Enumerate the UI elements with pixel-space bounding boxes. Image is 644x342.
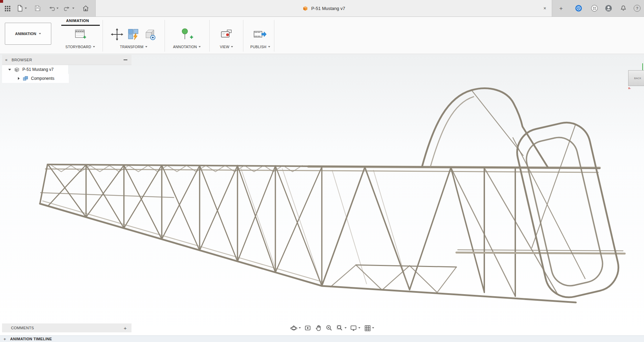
move-icon	[110, 28, 124, 41]
save-icon	[34, 5, 41, 12]
close-tab-button[interactable]: ×	[543, 6, 546, 11]
avatar-icon	[605, 4, 612, 12]
view-cube-face[interactable]: BACK	[628, 70, 644, 86]
orbit-button[interactable]	[290, 324, 301, 332]
view-cube[interactable]: BACK L X-	[627, 65, 644, 97]
publish-menu[interactable]: PUBLISH	[244, 45, 276, 49]
chevron-down-icon	[299, 327, 301, 329]
storyboard-menu-label: STORYBOARD	[65, 45, 91, 49]
fit-button[interactable]	[336, 324, 347, 332]
toolbar-separator	[243, 20, 243, 52]
view-group: VIEW	[211, 17, 242, 54]
view-menu[interactable]: VIEW	[211, 45, 242, 49]
annotation-pin-icon	[180, 28, 194, 41]
transform-move-button[interactable]	[110, 28, 124, 41]
transform-visibility-button[interactable]	[143, 28, 157, 41]
chevron-down-icon	[231, 46, 233, 47]
apps-grid-button[interactable]	[4, 5, 10, 11]
publish-menu-label: PUBLISH	[250, 45, 266, 49]
grid-icon	[363, 324, 371, 332]
x-axis-label: X-	[628, 87, 631, 90]
comments-label: COMMENTS	[11, 326, 34, 330]
orbit-icon	[290, 324, 298, 332]
annotation-button[interactable]	[180, 28, 194, 41]
help-button[interactable]: ?	[634, 5, 641, 12]
chevron-down-icon	[345, 327, 347, 329]
workspace-selector-label: ANIMATION	[15, 32, 36, 36]
workspace-selector[interactable]: ANIMATION	[5, 23, 51, 45]
toolbar: ANIMATION ANIMATION S	[0, 17, 644, 54]
expand-caret-icon[interactable]	[8, 69, 11, 71]
undo-history-caret-icon[interactable]	[56, 8, 59, 9]
zoom-icon	[325, 324, 333, 332]
chevron-down-icon	[268, 46, 270, 47]
storyboard-button[interactable]	[73, 27, 88, 42]
profile-avatar[interactable]	[605, 4, 612, 12]
storyboard-icon	[73, 27, 88, 42]
annotation-group: ANNOTATION	[166, 17, 208, 54]
navigation-bar	[290, 323, 374, 332]
toolbar-separator	[165, 20, 165, 52]
pan-button[interactable]	[315, 324, 322, 332]
transform-menu-label: TRANSFORM	[120, 45, 143, 49]
transform-menu[interactable]: TRANSFORM	[103, 45, 164, 49]
zoom-button[interactable]	[325, 324, 333, 332]
browser-panel: « BROWSER P-51 Mustang v7	[2, 55, 131, 83]
help-glyph: ?	[636, 6, 638, 10]
animation-timeline-bar[interactable]: + ANIMATION TIMELINE	[0, 335, 644, 342]
view-camera-button[interactable]	[220, 28, 233, 41]
notifications-bell-button[interactable]	[620, 4, 627, 12]
file-icon	[17, 4, 23, 12]
timeline-add-button[interactable]: +	[3, 337, 6, 341]
browser-collapse-button[interactable]: «	[5, 57, 8, 62]
storyboard-group: STORYBOARD	[59, 17, 102, 54]
look-at-button[interactable]	[304, 324, 312, 332]
screen-corner-artifact	[0, 0, 3, 3]
view-menu-label: VIEW	[220, 45, 230, 49]
chevron-down-icon	[145, 46, 147, 47]
view-cube-face-label: BACK	[634, 77, 641, 79]
job-status-button[interactable]	[575, 4, 582, 12]
transform-group: TRANSFORM	[103, 17, 164, 54]
titlebar: P-51 Mustang v7 × +	[0, 0, 644, 17]
cube-eye-icon	[143, 28, 157, 41]
job-status-icon	[575, 4, 582, 12]
redo-icon	[64, 5, 71, 11]
toolbar-separator	[103, 20, 103, 52]
home-button[interactable]	[82, 5, 89, 12]
document-cube-icon	[302, 5, 308, 11]
apps-grid-icon	[4, 5, 10, 11]
fit-icon	[336, 324, 344, 332]
viewport-canvas[interactable]	[0, 54, 644, 336]
annotation-menu-label: ANNOTATION	[173, 45, 197, 49]
toolbar-separator	[209, 20, 210, 52]
publish-button[interactable]	[253, 28, 268, 41]
storyboard-menu[interactable]: STORYBOARD	[59, 45, 102, 49]
file-menu-button[interactable]	[17, 4, 23, 12]
tree-row-root[interactable]: P-51 Mustang v7	[2, 65, 131, 74]
redo-button[interactable]	[64, 5, 71, 11]
document-icon	[14, 66, 20, 73]
browser-minimize-button[interactable]	[124, 60, 127, 60]
timeline-label: ANIMATION TIMELINE	[10, 337, 52, 341]
save-button[interactable]	[34, 5, 41, 12]
new-tab-button[interactable]: +	[559, 6, 563, 11]
annotation-menu[interactable]: ANNOTATION	[166, 45, 208, 49]
transform-capture-position-button[interactable]	[127, 28, 140, 41]
comments-bar[interactable]: COMMENTS +	[2, 323, 131, 332]
help-icon: ?	[634, 5, 641, 12]
document-tab[interactable]: P-51 Mustang v7 ×	[95, 0, 552, 17]
tree-row-components[interactable]: Components	[2, 74, 131, 83]
file-menu-caret-icon[interactable]	[25, 8, 27, 9]
camera-view-icon	[220, 28, 233, 41]
extensions-button[interactable]	[591, 4, 598, 12]
display-settings-button[interactable]	[350, 324, 360, 332]
publish-group: PUBLISH	[244, 17, 276, 54]
toolbar-separator	[274, 20, 274, 52]
browser-title: BROWSER	[12, 58, 32, 62]
add-comment-button[interactable]: +	[124, 325, 127, 331]
redo-history-caret-icon[interactable]	[72, 8, 74, 9]
collapse-caret-icon[interactable]	[18, 77, 20, 80]
grid-snaps-button[interactable]	[363, 324, 374, 332]
undo-button[interactable]	[48, 5, 55, 11]
